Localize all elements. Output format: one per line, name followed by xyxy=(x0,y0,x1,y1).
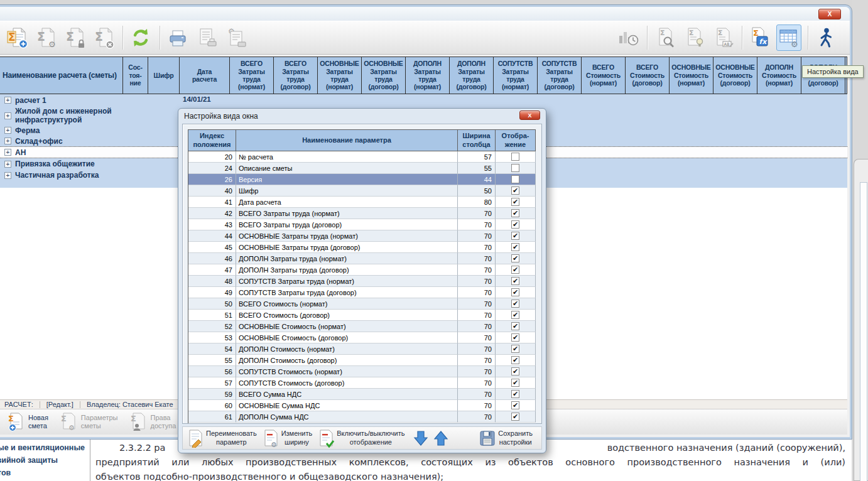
parameter-row[interactable]: 50 ВСЕГО Стоимость (нормат) 70 ✔ xyxy=(188,298,536,310)
expander-plus-icon[interactable]: + xyxy=(4,172,11,179)
search-document-button[interactable]: Σ xyxy=(653,24,678,51)
grid-column-header[interactable]: ОСНОВНЫЕ Стоимость (договор) xyxy=(713,57,757,94)
parameter-row[interactable]: 44 ОСНОВНЫЕ Затраты труда (нормат) 70 ✔ xyxy=(188,230,536,242)
parameter-row[interactable]: 41 Дата расчета 80 ✔ xyxy=(188,197,536,208)
parameter-row[interactable]: 59 ВСЕГО Сумма НДС 70 ✔ xyxy=(188,389,536,400)
print-document-button[interactable] xyxy=(194,24,219,51)
display-checkbox[interactable]: ✔ xyxy=(511,300,519,308)
parameter-row[interactable]: 42 ВСЕГО Затраты труда (нормат) 70 ✔ xyxy=(188,208,536,219)
dialog-close-button[interactable]: X xyxy=(519,111,540,120)
parameter-row[interactable]: 60 ОСНОВНЫЕ Сумма НДС 70 ✔ xyxy=(188,400,536,411)
estimate-delete-button[interactable]: Σ xyxy=(91,24,116,51)
change-width-button[interactable]: ⚙ Изменить ширину xyxy=(263,429,313,448)
grid-column-header[interactable]: ДОПОЛН Затраты труда (договор) xyxy=(450,57,494,94)
parameter-row[interactable]: 49 СОПУТСТВ Затраты труда (договор) 70 ✔ xyxy=(188,287,536,298)
display-checkbox[interactable]: ✔ xyxy=(511,345,519,353)
rename-document-button[interactable]: Σ AB xyxy=(710,24,735,51)
display-checkbox[interactable]: ✔ xyxy=(511,198,519,206)
parameter-row[interactable]: 57 СОПУТСТВ Стоимость (договор) 70 ✔ xyxy=(188,377,536,389)
hint-document-button[interactable]: Σ xyxy=(681,24,707,51)
parameter-row[interactable]: 46 ДОПОЛН Затраты труда (нормат) 70 ✔ xyxy=(188,253,536,264)
parameter-row[interactable]: 61 ДОПОЛН Сумма НДС 70 ✔ xyxy=(188,411,536,423)
expander-plus-icon[interactable]: + xyxy=(4,112,11,119)
display-checkbox[interactable]: ✔ xyxy=(511,367,519,376)
parameter-row[interactable]: 26 Версия 44 ✔ xyxy=(188,174,536,185)
grid-column-header[interactable]: ОСНОВНЫЕ Затраты труда (договор) xyxy=(362,57,406,94)
estimate-params-button[interactable]: Σ ⚙ Параметры сметы xyxy=(58,412,118,432)
dialog-titlebar[interactable]: Настройка вида окна X xyxy=(178,109,546,124)
move-down-button[interactable] xyxy=(413,430,428,447)
grid-column-header[interactable]: Наименование расчета (сметы) xyxy=(0,57,123,94)
display-checkbox[interactable]: ✔ xyxy=(511,266,519,274)
move-up-button[interactable] xyxy=(433,430,448,447)
parameter-row[interactable]: 55 ДОПОЛН Стоимость (договор) 70 ✔ xyxy=(188,355,536,366)
display-checkbox[interactable]: ✔ xyxy=(511,288,519,296)
grid-column-header[interactable]: ОСНОВНЫЕ Стоимость (нормат) xyxy=(670,57,713,94)
save-settings-button[interactable]: Сохранить настройки xyxy=(479,430,533,447)
grid-column-header[interactable]: Дата расчета xyxy=(180,57,230,94)
main-close-button[interactable]: X xyxy=(818,9,841,19)
display-checkbox[interactable]: ✔ xyxy=(511,322,519,330)
display-checkbox[interactable]: ✔ xyxy=(511,356,519,364)
display-checkbox[interactable]: ✔ xyxy=(511,333,519,342)
grid-column-header[interactable]: ДОПОЛН Затраты труда (нормат) xyxy=(406,57,450,94)
print-button[interactable] xyxy=(165,24,190,51)
view-settings-button[interactable]: ⚙ xyxy=(776,24,801,51)
estimate-settings-button[interactable]: Σ ⚙ xyxy=(33,24,58,51)
display-checkbox[interactable]: ✔ xyxy=(511,209,519,217)
estimate-lock-button[interactable]: Σ xyxy=(62,24,87,51)
display-checkbox[interactable]: ✔ xyxy=(511,175,519,183)
parameter-row[interactable]: 40 Шифр 50 ✔ xyxy=(188,185,536,197)
display-checkbox[interactable]: ✔ xyxy=(511,277,519,285)
parameter-row[interactable]: 51 ВСЕГО Стоимость (договор) 70 ✔ xyxy=(188,310,536,321)
grid-column-header[interactable]: Шифр xyxy=(148,57,180,94)
display-checkbox[interactable]: ✔ xyxy=(511,186,519,195)
tree-row[interactable]: + расчет 1 14/01/21 xyxy=(0,94,847,106)
grid-column-header[interactable]: ВСЕГО Стоимость (нормат) xyxy=(582,57,626,94)
parameter-row[interactable]: 48 СОПУТСТВ Затраты труда (нормат) 70 ✔ xyxy=(188,276,536,287)
display-checkbox[interactable]: ✔ xyxy=(511,413,519,421)
grid-column-header[interactable]: ВСЕГО Стоимость (договор) xyxy=(626,57,670,94)
parameter-row[interactable]: 24 Описание сметы 55 ✔ xyxy=(188,163,536,174)
grid-column-header[interactable]: ДОПОЛН Стоимость (нормат) xyxy=(757,57,801,94)
display-checkbox[interactable]: ✔ xyxy=(511,220,519,229)
display-checkbox[interactable]: ✔ xyxy=(511,311,519,319)
grid-column-header[interactable]: СОПУТСТВ Затраты труда (нормат) xyxy=(494,57,538,94)
access-rights-button[interactable]: Σ Права доступа xyxy=(128,412,176,432)
grid-column-header[interactable]: Сос- тоя- ние xyxy=(123,57,148,94)
expander-plus-icon[interactable]: + xyxy=(4,127,11,134)
expander-plus-icon[interactable]: + xyxy=(4,138,11,144)
rename-parameter-button[interactable]: Переименовать параметр xyxy=(188,429,257,448)
parameter-row[interactable]: 20 № расчета 57 ✔ xyxy=(188,151,536,163)
display-checkbox[interactable]: ✔ xyxy=(511,153,519,161)
new-estimate-bottom-button[interactable]: Σ Новая смета xyxy=(6,412,48,432)
statistics-button[interactable] xyxy=(616,24,641,51)
grid-column-header[interactable]: СОПУТСТВ Затраты труда (договор) xyxy=(538,57,582,94)
toggle-display-button[interactable]: Включить/выключить отображение xyxy=(318,429,404,448)
parameter-row[interactable]: 45 ОСНОВНЫЕ Затраты труда (договор) 70 ✔ xyxy=(188,242,536,253)
formulas-button[interactable]: Σ fx xyxy=(747,24,773,51)
display-checkbox[interactable]: ✔ xyxy=(511,243,519,251)
grid-column-header[interactable]: ВСЕГО Затраты труда (договор) xyxy=(274,57,318,94)
parameter-row[interactable]: 54 ДОПОЛН Стоимость (нормат) 70 ✔ xyxy=(188,343,536,355)
display-checkbox[interactable]: ✔ xyxy=(511,379,519,387)
display-checkbox[interactable]: ✔ xyxy=(511,232,519,240)
refresh-button[interactable] xyxy=(128,24,153,51)
parameter-row[interactable]: 53 ОСНОВНЫЕ Стоимость (договор) 70 ✔ xyxy=(188,332,536,343)
parameter-row[interactable]: 47 ДОПОЛН Затраты труда (договор) 70 ✔ xyxy=(188,264,536,276)
expander-plus-icon[interactable]: + xyxy=(4,161,11,168)
expander-plus-icon[interactable]: + xyxy=(4,97,11,104)
parameter-row[interactable]: 52 ОСНОВНЫЕ Стоимость (нормат) 70 ✔ xyxy=(188,321,536,332)
new-estimate-button[interactable]: Σ xyxy=(4,24,30,51)
print-document-settings-button[interactable]: ⚙ xyxy=(223,24,248,51)
parameter-row[interactable]: 43 ВСЕГО Затраты труда (договор) 70 ✔ xyxy=(188,219,536,230)
expander-plus-icon[interactable]: + xyxy=(4,149,11,156)
display-checkbox[interactable]: ✔ xyxy=(511,254,519,262)
grid-column-header[interactable]: ОСНОВНЫЕ Затраты труда (нормат) xyxy=(318,57,362,94)
display-checkbox[interactable]: ✔ xyxy=(511,164,519,172)
display-checkbox[interactable]: ✔ xyxy=(511,390,519,398)
display-checkbox[interactable]: ✔ xyxy=(511,401,519,409)
grid-column-header[interactable]: ВСЕГО Затраты труда (нормат) xyxy=(230,57,274,94)
exit-person-button[interactable] xyxy=(813,24,838,51)
parameter-row[interactable]: 56 СОПУТСТВ Стоимость (нормат) 70 ✔ xyxy=(188,366,536,377)
